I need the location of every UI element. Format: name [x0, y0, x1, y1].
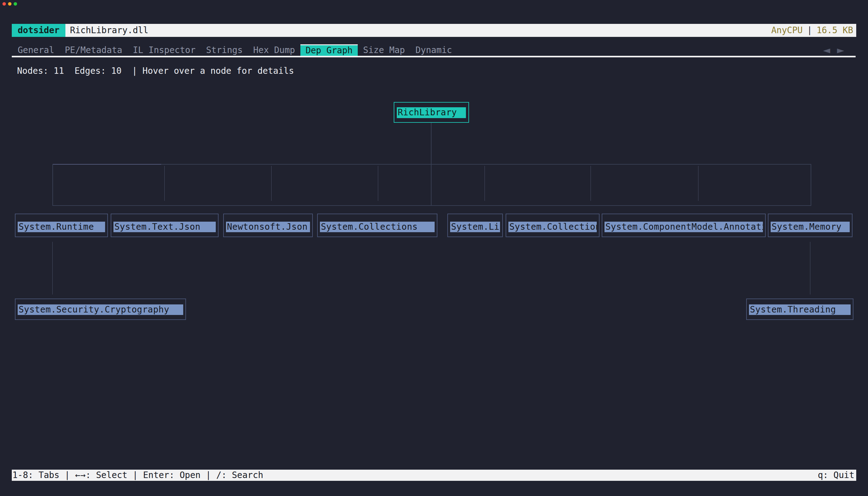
tab-general[interactable]: General: [12, 44, 60, 56]
tab-scroll-arrows: ◄ ►: [823, 45, 844, 56]
edge-line: [52, 164, 161, 165]
edge-line: [698, 166, 698, 201]
graph-node-system-memory[interactable]: System.Memory: [768, 214, 852, 237]
platform-label: AnyCPU: [771, 24, 803, 37]
tab-bar: General PE/Metadata IL Inspector Strings…: [12, 44, 457, 56]
graph-node-system-text-json[interactable]: System.Text.Json: [111, 214, 219, 237]
edge-line: [52, 205, 811, 206]
graph-status-line: Nodes: 11 Edges: 10 | Hover over a node …: [17, 66, 294, 76]
graph-node-newtonsoft-json[interactable]: Newtonsoft.Json: [223, 214, 313, 237]
tab-underline: [12, 56, 856, 57]
edge-line: [52, 242, 53, 294]
tab-size-map[interactable]: Size Map: [358, 44, 410, 56]
tab-scroll-left-icon[interactable]: ◄: [823, 45, 830, 56]
tab-dep-graph[interactable]: Dep Graph: [300, 44, 358, 56]
keybind-hints: 1-8: Tabs | ←→: Select | Enter: Open | /…: [12, 470, 263, 481]
graph-node-system-collection[interactable]: System.Collection: [506, 214, 600, 237]
graph-node-label: RichLibrary: [397, 107, 466, 118]
app-window: dotsider RichLibrary.dll AnyCPU | 16.5 K…: [0, 0, 868, 496]
graph-node-system-security-cryptography[interactable]: System.Security.Cryptography: [15, 298, 186, 320]
tab-pe-metadata[interactable]: PE/Metadata: [60, 44, 127, 56]
edge-line: [271, 166, 272, 201]
tab-strings[interactable]: Strings: [201, 44, 248, 56]
graph-node-label: System.ComponentModel.Annotati: [604, 222, 763, 232]
graph-node-system-linq[interactable]: System.Lin: [447, 214, 503, 237]
graph-node-system-componentmodel-annotations[interactable]: System.ComponentModel.Annotati: [602, 214, 766, 237]
zoom-button[interactable]: [14, 2, 17, 5]
edge-line: [811, 164, 811, 206]
graph-node-label: System.Collection: [508, 222, 597, 232]
graph-node-label: Newtonsoft.Json: [226, 222, 310, 232]
edge-line: [810, 242, 810, 294]
graph-node-system-collections[interactable]: System.Collections: [317, 214, 437, 237]
meta-separator: |: [807, 24, 812, 37]
edge-line: [52, 164, 811, 165]
edge-line: [378, 166, 378, 201]
graph-node-label: System.Text.Json: [113, 222, 216, 232]
graph-node-label: System.Collections: [320, 222, 435, 232]
file-size-label: 16.5 KB: [817, 24, 853, 37]
tab-il-inspector[interactable]: IL Inspector: [127, 44, 201, 56]
edge-line: [52, 164, 53, 206]
graph-node-label: System.Runtime: [18, 222, 105, 232]
keybind-bar: 1-8: Tabs | ←→: Select | Enter: Open | /…: [12, 470, 856, 481]
tab-dynamic[interactable]: Dynamic: [410, 44, 457, 56]
graph-node-label: System.Security.Cryptography: [18, 305, 183, 315]
graph-node-label: System.Threading: [749, 305, 851, 315]
edge-line: [484, 166, 485, 201]
graph-node-richlibrary[interactable]: RichLibrary: [394, 102, 469, 123]
close-button[interactable]: [2, 2, 6, 5]
minimize-button[interactable]: [8, 2, 12, 5]
graph-node-system-runtime[interactable]: System.Runtime: [15, 214, 108, 237]
graph-node-label: System.Memory: [771, 222, 850, 232]
quit-hint: q: Quit: [818, 470, 856, 481]
file-name: RichLibrary.dll: [65, 24, 771, 37]
assembly-meta: AnyCPU | 16.5 KB: [771, 24, 856, 37]
title-bar: dotsider RichLibrary.dll AnyCPU | 16.5 K…: [12, 24, 856, 37]
app-name-badge: dotsider: [12, 24, 65, 37]
tab-hex-dump[interactable]: Hex Dump: [248, 44, 300, 56]
graph-node-label: System.Lin: [450, 222, 500, 232]
window-controls: [2, 2, 17, 5]
edge-line: [164, 166, 165, 201]
tab-scroll-right-icon[interactable]: ►: [837, 45, 844, 56]
graph-node-system-threading[interactable]: System.Threading: [746, 298, 853, 320]
